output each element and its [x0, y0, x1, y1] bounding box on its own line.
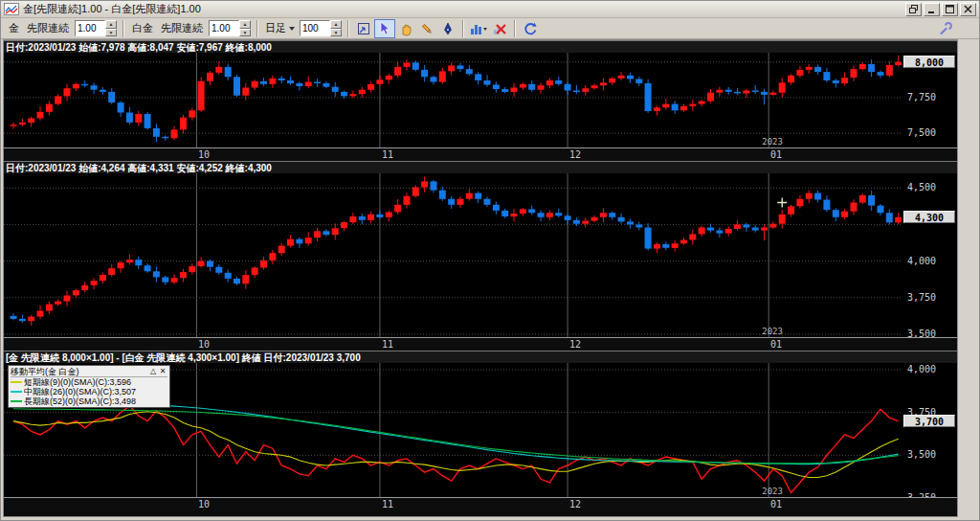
spread-gold-price: 8,000	[62, 352, 86, 363]
month-label: 11	[382, 499, 393, 510]
bar-count-stepper[interactable]: ▲▼	[300, 20, 342, 36]
year-label: 2023	[762, 487, 783, 496]
chart-application-window: 金[先限連続]1.00 - 白金[先限連続]1.00 金 先限連続 ▲▼ 白金 …	[0, 0, 980, 521]
horizontal-scroll-strip[interactable]	[3, 510, 958, 517]
legend-line-swatch	[11, 391, 22, 393]
legend-line-swatch	[11, 400, 22, 402]
platinum-panel-header: 日付:2023/01/23 始値:4,264 高値:4,331 安値:4,252…	[4, 161, 957, 173]
spread-line-plot[interactable]: 移動平均(金 白金) △ ✕ 短期線(9)(0)(SMA)(C):3,596中期…	[4, 363, 902, 497]
spin-up-icon[interactable]: ▲	[330, 20, 342, 29]
spin-down-icon[interactable]: ▼	[239, 29, 251, 37]
legend-row-label: 長期線(52)(0)(SMA)(C):3,498	[24, 396, 136, 408]
pen-icon	[440, 21, 456, 36]
spread-price-axis: 4,0003,7503,5003,2503,700	[902, 363, 957, 497]
gold-symbol-label: 金	[9, 21, 19, 35]
toolbar-separator	[462, 20, 464, 37]
last-price-box: 3,700	[903, 415, 955, 427]
platinum-time-axis: 10111201	[4, 337, 957, 351]
platinum-price-axis: 4,5004,0003,7503,5004,300	[902, 173, 957, 337]
chart-frame-icon	[356, 21, 371, 36]
last-price-box: 4,300	[903, 211, 955, 223]
spread-close-line	[13, 406, 899, 493]
axis-tick-label: 4,000	[907, 364, 936, 374]
month-label: 12	[569, 149, 581, 160]
gold-daily-canvas: 2023	[4, 53, 902, 147]
timeframe-dropdown[interactable]: 日足	[262, 20, 298, 36]
indicator-chart-button[interactable]	[468, 19, 489, 38]
axis-tick-label: 7,750	[907, 92, 936, 102]
month-label: 10	[198, 499, 210, 510]
spin-down-icon[interactable]: ▼	[105, 29, 117, 37]
spread-panel-header: [金 先限連続 8,000×1.00] - [白金 先限連続 4,300×1.0…	[4, 351, 957, 363]
month-label: 10	[198, 339, 210, 350]
app-chart-icon	[4, 3, 19, 15]
month-label: 01	[770, 339, 782, 350]
axis-tick-label: 3,500	[907, 449, 936, 460]
bar-count-input[interactable]	[300, 20, 330, 36]
pan-tool-button[interactable]	[395, 19, 416, 38]
gold-multiplier-input[interactable]	[75, 20, 105, 36]
pencil-tool-button[interactable]	[416, 19, 437, 38]
legend-collapse-button[interactable]: △	[148, 367, 158, 376]
gold-time-axis: 10111201	[4, 147, 957, 161]
toolbar-separator	[347, 20, 349, 37]
chevron-down-icon	[289, 27, 295, 31]
toolbar: 金 先限連続 ▲▼ 白金 先限連続 ▲▼ 日足 ▲▼	[1, 18, 979, 39]
minimize-button[interactable]	[924, 3, 940, 16]
year-label: 2023	[762, 137, 783, 147]
timeframe-label: 日足	[265, 21, 286, 35]
gold-panel-header: 日付:2023/01/23 始値:7,978 高値:8,047 安値:7,967…	[4, 40, 957, 53]
gold-contract-label: 先限連続	[27, 21, 69, 35]
platinum-contract-label: 先限連続	[161, 21, 203, 35]
month-label: 12	[569, 499, 581, 510]
month-label: 01	[770, 149, 782, 160]
gold-price-axis: 7,7507,5008,000	[902, 53, 957, 147]
spread-time-axis: 10111201	[4, 497, 957, 510]
platinum-multiplier-stepper[interactable]: ▲▼	[209, 20, 251, 36]
spin-up-icon[interactable]: ▲	[239, 20, 251, 29]
month-label: 10	[198, 149, 210, 160]
legend-close-button[interactable]: ✕	[158, 367, 167, 376]
hand-icon	[398, 21, 413, 36]
chart-frame-tool-button[interactable]	[353, 19, 374, 38]
axis-tick-label: 3,750	[907, 292, 936, 303]
refresh-icon	[523, 21, 538, 36]
refresh-button[interactable]	[520, 19, 541, 38]
close-button[interactable]	[960, 3, 976, 16]
spin-down-icon[interactable]: ▼	[330, 29, 342, 37]
gold-candlestick-plot[interactable]: 2023	[4, 53, 902, 147]
platinum-ohlc-readout: 日付:2023/01/23 始値:4,264 高値:4,331 安値:4,252…	[6, 163, 272, 173]
platinum-daily-canvas: 2023	[4, 173, 902, 337]
delete-chart-icon	[492, 21, 507, 36]
moving-average-legend[interactable]: 移動平均(金 白金) △ ✕ 短期線(9)(0)(SMA)(C):3,596中期…	[8, 365, 170, 408]
delete-indicator-button[interactable]	[489, 19, 510, 38]
platinum-multiplier-input[interactable]	[209, 20, 239, 36]
crosshair-marker	[777, 198, 787, 208]
bar-chart-icon	[469, 21, 488, 36]
select-tool-button[interactable]	[374, 19, 395, 38]
pen-tool-button[interactable]	[437, 19, 458, 38]
gold-multiplier-stepper[interactable]: ▲▼	[75, 20, 117, 36]
spin-up-icon[interactable]: ▲	[105, 20, 117, 29]
month-label: 01	[770, 499, 782, 510]
toolbar-separator	[122, 20, 124, 37]
window-title: 金[先限連続]1.00 - 白金[先限連続]1.00	[23, 2, 201, 16]
pencil-icon	[419, 21, 434, 36]
select-arrow-icon	[377, 21, 392, 36]
settings-button[interactable]	[935, 19, 956, 38]
month-label: 11	[382, 149, 393, 160]
year-label: 2023	[762, 327, 783, 336]
legend-line-swatch	[11, 381, 22, 383]
spread-formula-rest: ×1.00] - [白金 先限連続 4,300×1.00] 終値 日付:2023…	[86, 352, 361, 363]
gold-ohlc-readout: 日付:2023/01/23 始値:7,978 高値:8,047 安値:7,967…	[6, 42, 272, 53]
month-label: 12	[569, 339, 581, 350]
maximize-button[interactable]	[942, 3, 958, 16]
toolbar-separator	[514, 20, 516, 37]
legend-row: 長期線(52)(0)(SMA)(C):3,498	[11, 396, 167, 406]
month-label: 11	[382, 339, 393, 350]
platinum-candlestick-plot[interactable]: 2023	[4, 173, 902, 337]
new-window-button[interactable]	[905, 3, 922, 16]
titlebar[interactable]: 金[先限連続]1.00 - 白金[先限連続]1.00	[1, 1, 979, 18]
axis-tick-label: 4,500	[907, 182, 936, 193]
axis-tick-label: 4,000	[907, 256, 936, 266]
